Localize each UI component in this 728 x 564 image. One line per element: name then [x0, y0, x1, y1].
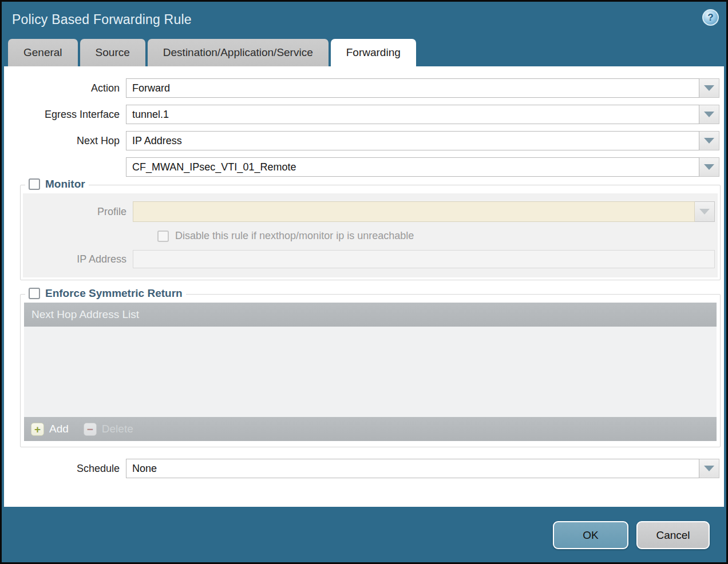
tab-general[interactable]: General: [8, 39, 78, 66]
enforce-symmetric-return-checkbox[interactable]: [29, 288, 40, 299]
chevron-down-icon: [704, 138, 714, 144]
chevron-down-icon: [704, 164, 714, 170]
egress-interface-dropdown-button[interactable]: [699, 105, 719, 124]
action-label: Action: [4, 82, 126, 94]
disable-rule-checkbox: [157, 231, 169, 242]
egress-interface-select[interactable]: tunnel.1: [126, 105, 699, 124]
profile-dropdown-button: [695, 201, 715, 222]
next-hop-dropdown-button[interactable]: [699, 131, 719, 150]
enforce-symmetric-return-title: Enforce Symmetric Return: [45, 287, 183, 300]
profile-label: Profile: [23, 206, 133, 218]
ok-button[interactable]: OK: [553, 521, 628, 549]
chevron-down-icon: [704, 85, 714, 91]
chevron-down-icon: [704, 112, 714, 117]
monitor-ip-address-row: IP Address: [23, 250, 715, 268]
profile-select: [133, 201, 695, 222]
schedule-dropdown-button[interactable]: [699, 459, 719, 478]
delete-icon: −: [84, 423, 97, 436]
schedule-select[interactable]: None: [126, 459, 699, 478]
policy-based-forwarding-dialog: Policy Based Forwarding Rule ? General S…: [0, 0, 728, 564]
next-hop-address-list-header: Next Hop Address List: [24, 303, 717, 327]
next-hop-address-select[interactable]: CF_MWAN_IPsec_VTI_01_Remote: [126, 157, 699, 177]
monitor-checkbox[interactable]: [29, 178, 40, 190]
help-icon[interactable]: ?: [702, 9, 719, 26]
add-button-label: Add: [49, 423, 69, 435]
chevron-down-icon: [699, 209, 710, 215]
next-hop-row: Next Hop IP Address: [4, 131, 719, 150]
tab-destination-application-service[interactable]: Destination/Application/Service: [148, 39, 329, 66]
tab-forwarding[interactable]: Forwarding: [331, 39, 416, 66]
next-hop-label: Next Hop: [4, 135, 126, 147]
chevron-down-icon: [704, 466, 714, 471]
cancel-button[interactable]: Cancel: [636, 521, 710, 549]
add-icon: +: [31, 423, 44, 436]
next-hop-address-list-footer: + Add − Delete: [24, 417, 717, 441]
schedule-label: Schedule: [4, 463, 126, 475]
enforce-symmetric-return-fieldset: Enforce Symmetric Return Next Hop Addres…: [20, 294, 721, 447]
delete-button-label: Delete: [102, 423, 133, 435]
next-hop-address-list-body[interactable]: [24, 327, 717, 417]
monitor-fieldset: Monitor Profile Disable this rule if nex…: [20, 185, 721, 280]
add-button[interactable]: + Add: [31, 423, 69, 436]
egress-interface-label: Egress Interface: [4, 109, 126, 121]
action-select[interactable]: Forward: [126, 78, 699, 98]
dialog-title: Policy Based Forwarding Rule: [12, 12, 192, 27]
tab-content-forwarding: Action Forward Egress Interface tunnel.1…: [4, 66, 724, 507]
action-dropdown-button[interactable]: [699, 78, 719, 98]
dialog-titlebar: Policy Based Forwarding Rule ?: [2, 2, 726, 39]
monitor-panel: Profile Disable this rule if nexthop/mon…: [23, 193, 718, 277]
disable-rule-label: Disable this rule if nexthop/monitor ip …: [175, 230, 414, 242]
monitor-ip-address-label: IP Address: [23, 253, 133, 265]
tab-source[interactable]: Source: [80, 39, 145, 66]
monitor-legend: Monitor: [25, 178, 89, 190]
dialog-button-bar: OK Cancel: [2, 507, 726, 549]
enforce-symmetric-return-legend: Enforce Symmetric Return: [25, 287, 186, 300]
next-hop-address-row: CF_MWAN_IPsec_VTI_01_Remote: [4, 157, 719, 177]
next-hop-address-dropdown-button[interactable]: [699, 157, 719, 177]
disable-rule-row: Disable this rule if nexthop/monitor ip …: [157, 230, 718, 242]
monitor-ip-address-input: [133, 250, 715, 268]
delete-button: − Delete: [84, 423, 133, 436]
profile-row: Profile: [23, 201, 715, 222]
action-row: Action Forward: [4, 78, 719, 98]
egress-interface-row: Egress Interface tunnel.1: [4, 105, 719, 124]
next-hop-type-select[interactable]: IP Address: [126, 131, 699, 150]
monitor-title: Monitor: [45, 178, 85, 190]
next-hop-address-list-table: Next Hop Address List + Add − Delete: [24, 303, 717, 441]
schedule-row: Schedule None: [4, 459, 719, 478]
tab-bar: General Source Destination/Application/S…: [2, 39, 726, 66]
